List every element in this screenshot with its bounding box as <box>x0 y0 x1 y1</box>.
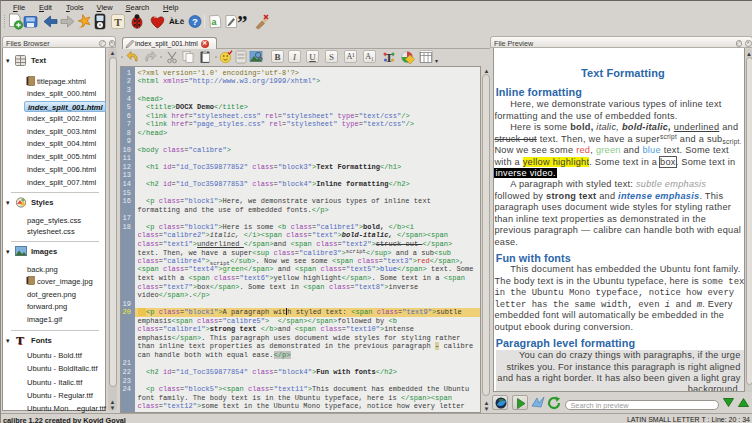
svg-text:T: T <box>385 50 394 64</box>
svg-text:T: T <box>16 335 24 346</box>
svg-text:T: T <box>114 16 122 28</box>
svg-text:?: ? <box>192 16 198 27</box>
